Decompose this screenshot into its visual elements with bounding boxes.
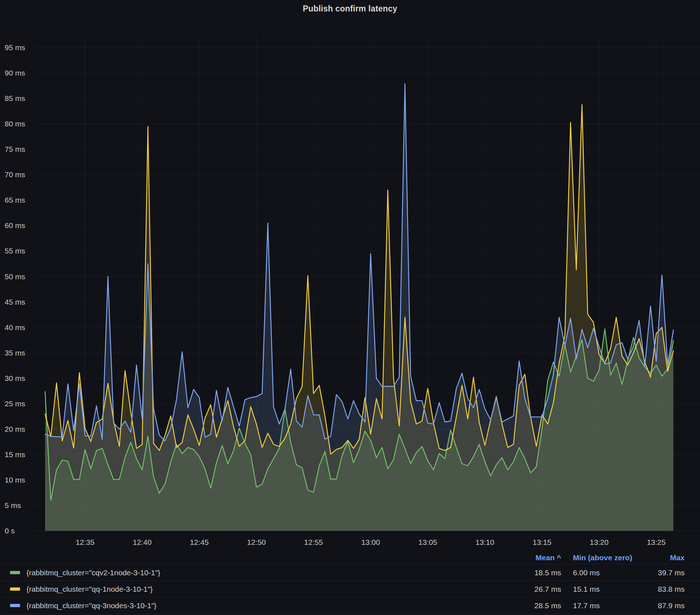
y-tick-label: 90 ms [5,69,25,77]
x-tick-label: 12:35 [76,538,94,546]
x-tick-label: 12:55 [304,538,323,546]
y-tick-label: 35 ms [5,349,25,357]
series-label[interactable]: {rabbitmq_cluster="qq-1node-3-10-1"} [26,585,153,594]
series-label[interactable]: {rabbitmq_cluster="qq-3nodes-3-10-1"} [26,601,156,610]
y-tick-label: 50 ms [5,272,25,281]
x-tick-label: 13:10 [476,538,495,546]
y-tick-label: 65 ms [5,196,25,204]
y-tick-label: 45 ms [5,298,25,306]
y-tick-label: 20 ms [5,425,25,433]
series-label[interactable]: {rabbitmq_cluster="cqv2-1node-3-10-1"} [26,568,160,577]
x-tick-label: 13:20 [590,538,609,546]
legend-table: Mean ^ Min (above zero) Max {rabbitmq_cl… [0,551,700,614]
y-tick-label: 80 ms [5,120,25,128]
y-tick-label: 85 ms [5,94,25,102]
y-tick-label: 0 s [5,527,15,535]
y-tick-label: 30 ms [5,374,25,382]
y-tick-label: 75 ms [5,145,25,153]
max-value: 39.7 ms [641,568,685,577]
latency-chart-plot[interactable]: 0 s5 ms10 ms15 ms20 ms25 ms30 ms35 ms40 … [0,0,700,551]
min-value: 17.7 ms [573,601,641,610]
legend-header-row: Mean ^ Min (above zero) Max [0,551,700,564]
y-tick-label: 70 ms [5,170,25,179]
grafana-panel: Publish confirm latency 0 s5 ms10 ms15 m… [0,0,700,615]
series-color-swatch-icon[interactable] [10,587,20,591]
x-tick-label: 13:15 [533,538,551,546]
min-value: 6.00 ms [573,568,641,577]
series-color-swatch-icon[interactable] [10,571,20,574]
legend-header-mean[interactable]: Mean ^ [522,553,561,562]
legend-rows: {rabbitmq_cluster="cqv2-1node-3-10-1"}18… [0,564,700,614]
legend-header-max[interactable]: Max [641,553,685,562]
mean-value: 26.7 ms [522,585,561,594]
legend-header-min[interactable]: Min (above zero) [573,553,641,562]
max-value: 83.8 ms [641,585,685,594]
legend-row[interactable]: {rabbitmq_cluster="qq-3nodes-3-10-1"}28.… [0,597,700,614]
legend-row[interactable]: {rabbitmq_cluster="cqv2-1node-3-10-1"}18… [0,564,700,581]
y-tick-label: 55 ms [5,247,25,255]
y-tick-label: 40 ms [5,323,25,331]
y-tick-label: 25 ms [5,399,25,408]
min-value: 15.1 ms [573,585,641,594]
x-tick-label: 13:25 [647,538,666,546]
y-tick-label: 10 ms [5,476,25,484]
y-tick-label: 15 ms [5,450,25,459]
y-tick-label: 5 ms [5,501,21,509]
x-tick-label: 12:40 [133,538,152,546]
y-tick-label: 95 ms [5,43,25,52]
mean-value: 28.5 ms [522,601,561,610]
max-value: 87.9 ms [641,601,685,610]
series-label-cell: {rabbitmq_cluster="qq-3nodes-3-10-1"} [0,601,522,610]
mean-value: 18.5 ms [522,568,561,577]
series-label-cell: {rabbitmq_cluster="cqv2-1node-3-10-1"} [0,568,522,577]
x-tick-label: 13:00 [361,538,380,546]
x-tick-label: 12:50 [247,538,266,546]
series-color-swatch-icon[interactable] [10,604,20,607]
series-label-cell: {rabbitmq_cluster="qq-1node-3-10-1"} [0,585,522,594]
x-tick-label: 13:05 [418,538,437,546]
x-tick-label: 12:45 [190,538,209,546]
y-tick-label: 60 ms [5,221,25,229]
legend-row[interactable]: {rabbitmq_cluster="qq-1node-3-10-1"}26.7… [0,581,700,597]
